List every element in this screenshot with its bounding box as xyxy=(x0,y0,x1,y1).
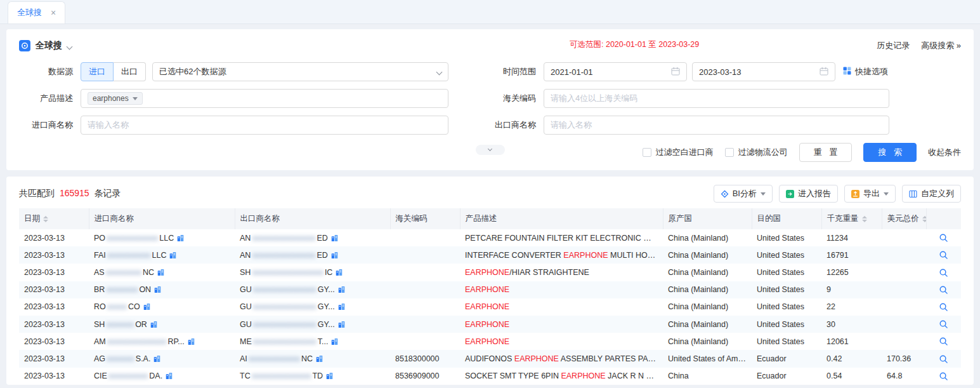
company-profile-icon[interactable] xyxy=(338,321,345,328)
view-detail-icon[interactable] xyxy=(939,268,948,278)
name-visible-prefix: AM xyxy=(94,337,106,346)
table-row[interactable]: 2023-03-13SHxxxxxxxORGUxxxxxxxxxxxxxxxxG… xyxy=(19,316,961,333)
name-visible-prefix: GU xyxy=(240,302,252,311)
date-from-input[interactable]: 2021-01-01 xyxy=(544,62,687,81)
product-tag[interactable]: earphones xyxy=(88,92,143,105)
name-redacted: xxxxxxxxxxxxxxx xyxy=(107,337,167,346)
column-header-label: 进口商名称 xyxy=(95,214,134,223)
date-to-input[interactable]: 2023-03-13 xyxy=(692,62,835,81)
company-profile-icon[interactable] xyxy=(188,338,195,345)
expand-more-filters-button[interactable] xyxy=(476,145,505,155)
origin-country-cell: China (Mainland) xyxy=(663,281,752,298)
sort-icon[interactable] xyxy=(43,216,48,222)
export-toggle-button[interactable]: 出口 xyxy=(114,62,146,81)
company-profile-icon[interactable] xyxy=(166,372,173,380)
table-row[interactable]: 2023-03-13AGxxxxxxxS.A.AIxxxxxxxxxxxxxNC… xyxy=(19,350,961,367)
company-profile-icon[interactable] xyxy=(157,269,164,276)
exporter-name: AIxxxxxxxxxxxxxNC xyxy=(240,354,323,363)
name-visible-suffix: CO xyxy=(128,302,140,311)
hs-code-cell xyxy=(390,264,460,281)
company-profile-icon[interactable] xyxy=(336,269,343,276)
product-description-input[interactable]: earphones xyxy=(81,89,448,108)
company-profile-icon[interactable] xyxy=(154,355,160,363)
keyword-highlight: EARPHONE xyxy=(465,320,509,329)
table-row[interactable]: 2023-03-13ROxxxxxCOGUxxxxxxxxxxxxxxxxGY.… xyxy=(19,298,961,316)
import-toggle-button[interactable]: 进口 xyxy=(81,62,114,81)
view-detail-icon[interactable] xyxy=(939,233,948,243)
company-profile-icon[interactable] xyxy=(177,234,184,242)
column-header-price[interactable]: 美元总价 xyxy=(882,208,926,229)
company-profile-icon[interactable] xyxy=(316,355,323,363)
view-detail-icon[interactable] xyxy=(939,250,948,260)
export-button[interactable]: 导出 xyxy=(844,185,896,203)
exporter-name-input[interactable]: 请输入名称 xyxy=(544,116,889,135)
company-profile-icon[interactable] xyxy=(331,234,338,242)
name-visible-suffix: DA. xyxy=(149,371,162,380)
company-profile-icon[interactable] xyxy=(338,286,345,293)
collapse-conditions-link[interactable]: 收起条件 xyxy=(928,147,961,158)
column-header-weight[interactable]: 千克重量 xyxy=(821,208,882,229)
view-detail-icon[interactable] xyxy=(939,337,948,346)
company-profile-icon[interactable] xyxy=(331,338,338,345)
advanced-search-link[interactable]: 高级搜索 » xyxy=(921,40,961,51)
date-cell: 2023-03-13 xyxy=(19,264,89,281)
date-cell: 2023-03-13 xyxy=(19,316,89,333)
view-detail-icon[interactable] xyxy=(939,319,948,329)
company-profile-icon[interactable] xyxy=(331,251,338,259)
history-link[interactable]: 历史记录 xyxy=(877,40,910,51)
description-cell: EARPHONE xyxy=(460,298,663,316)
data-source-selected-value: 已选中62个数据源 xyxy=(159,66,437,77)
tab-close-icon[interactable]: × xyxy=(51,8,56,17)
importer-name: AMxxxxxxxxxxxxxxxRP... xyxy=(94,337,195,346)
name-visible-suffix: ED xyxy=(317,251,327,260)
checkbox-icon[interactable] xyxy=(725,148,734,157)
company-profile-icon[interactable] xyxy=(169,251,176,259)
page-title: 全球搜 xyxy=(36,40,62,51)
chevron-down-icon[interactable] xyxy=(67,43,73,50)
hs-code-input[interactable]: 请输入4位以上海关编码 xyxy=(544,89,889,108)
sort-icon[interactable] xyxy=(922,216,927,222)
name-visible-suffix: ED xyxy=(317,234,327,243)
filter-blank-importer-checkbox[interactable]: 过滤空白进口商 xyxy=(643,147,714,158)
table-row[interactable]: 2023-03-13AMxxxxxxxxxxxxxxxRP...MExxxxxx… xyxy=(19,333,961,350)
name-visible-suffix: NC xyxy=(301,354,313,363)
reset-button[interactable]: 重 置 xyxy=(799,143,853,162)
view-detail-icon[interactable] xyxy=(939,354,948,364)
custom-columns-button[interactable]: 自定义列 xyxy=(902,185,961,203)
table-row[interactable]: 2023-03-13FAIxxxxxxxxxxxLLCANxxxxxxxxxxx… xyxy=(19,246,961,264)
bi-analysis-button[interactable]: BI分析 xyxy=(714,185,773,203)
view-detail-icon[interactable] xyxy=(939,371,948,381)
checkbox-icon[interactable] xyxy=(643,148,651,157)
weight-kg-cell: 0.42 xyxy=(821,350,882,367)
importer-name-input[interactable]: 请输入名称 xyxy=(81,116,448,135)
company-profile-icon[interactable] xyxy=(326,372,333,380)
quick-options-button[interactable]: 快捷选项 xyxy=(843,66,888,77)
search-button[interactable]: 搜 索 xyxy=(863,143,917,162)
company-profile-icon[interactable] xyxy=(154,286,161,293)
exporter-name: TCxxxxxxxxxxxxxxxTD xyxy=(240,371,333,380)
tab-global-search[interactable]: 全球搜 × xyxy=(8,1,65,23)
company-profile-icon[interactable] xyxy=(150,321,157,328)
importer-name: BRxxxxxxxxON xyxy=(94,285,161,294)
table-row[interactable]: 2023-03-13ASxxxxxxxxxNCSHxxxxxxxxxxxxxxx… xyxy=(19,264,961,281)
column-header-date[interactable]: 日期 xyxy=(19,208,89,229)
table-row[interactable]: 2023-03-13BRxxxxxxxxONGUxxxxxxxxxxxxxxxx… xyxy=(19,281,961,298)
sort-icon[interactable] xyxy=(862,216,867,222)
exporter-name: GUxxxxxxxxxxxxxxxxGY... xyxy=(240,302,345,311)
view-detail-icon[interactable] xyxy=(939,302,948,312)
form-row-importer-exporter: 进口商名称 请输入名称 出口商名称 请输入名称 xyxy=(19,116,961,135)
company-profile-icon[interactable] xyxy=(143,303,150,311)
company-profile-icon[interactable] xyxy=(338,303,345,311)
enter-report-button[interactable]: 进入报告 xyxy=(779,185,838,203)
name-visible-suffix: S.A. xyxy=(136,354,151,363)
importer-cell: AMxxxxxxxxxxxxxxxRP... xyxy=(89,333,235,350)
column-header-label: 千克重量 xyxy=(827,214,859,223)
table-row[interactable]: 2023-03-13POxxxxxxxxxxxxxLLCANxxxxxxxxxx… xyxy=(19,229,961,246)
filter-logistics-checkbox[interactable]: 过滤物流公司 xyxy=(725,147,788,158)
table-row[interactable]: 2023-03-13CIExxxxxxxxxxDA.TCxxxxxxxxxxxx… xyxy=(19,368,961,385)
name-visible-prefix: AN xyxy=(240,251,251,260)
view-detail-icon[interactable] xyxy=(939,285,948,295)
name-redacted: xxxxxxxxxxxxxxxx xyxy=(253,302,317,311)
exporter-cell: ANxxxxxxxxxxxxxxxxED xyxy=(235,246,390,264)
data-source-select[interactable]: 已选中62个数据源 xyxy=(152,62,448,81)
